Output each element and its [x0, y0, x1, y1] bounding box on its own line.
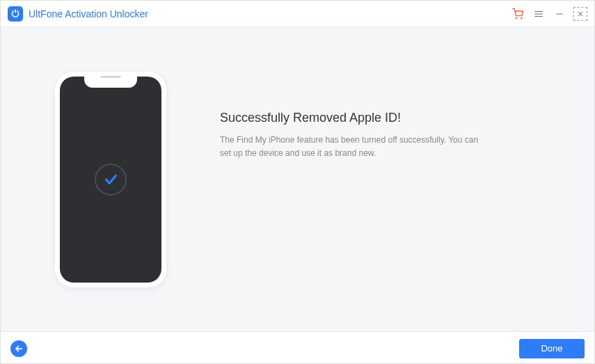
footer: Done	[1, 331, 594, 364]
phone-illustration	[42, 72, 178, 287]
done-button-label: Done	[541, 343, 562, 354]
main-content: Successfully Removed Apple ID! The Find …	[1, 27, 594, 331]
app-title: UltFone Activation Unlocker	[29, 8, 148, 19]
success-heading: Successfully Removed Apple ID!	[220, 111, 553, 125]
close-icon[interactable]	[573, 7, 587, 21]
done-button[interactable]: Done	[519, 339, 585, 358]
phone-notch	[84, 77, 137, 88]
phone-frame	[55, 72, 166, 287]
titlebar-controls	[511, 7, 587, 21]
titlebar-left: UltFone Activation Unlocker	[8, 6, 148, 22]
titlebar: UltFone Activation Unlocker	[1, 1, 594, 27]
app-logo-icon	[8, 6, 23, 22]
cart-icon[interactable]	[511, 7, 525, 21]
svg-point-1	[521, 17, 522, 18]
success-message-block: Successfully Removed Apple ID! The Find …	[178, 111, 553, 160]
phone-speaker-icon	[100, 76, 121, 78]
phone-screen	[60, 77, 161, 283]
arrow-left-icon	[14, 344, 24, 354]
success-description: The Find My iPhone feature has been turn…	[220, 134, 491, 160]
menu-icon[interactable]	[532, 7, 546, 21]
success-check-icon	[95, 164, 127, 196]
back-button[interactable]	[10, 340, 27, 357]
minimize-icon[interactable]	[553, 7, 566, 21]
svg-point-0	[516, 17, 516, 18]
